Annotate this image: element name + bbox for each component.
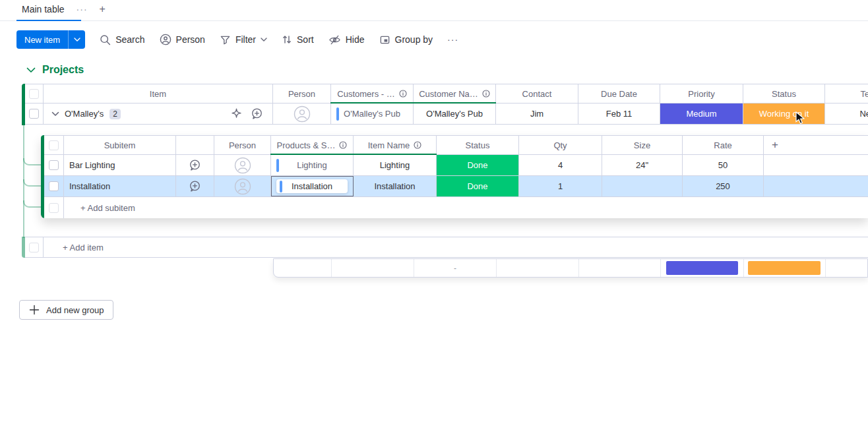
add-update-icon[interactable] [251,107,263,120]
avatar-placeholder-icon [234,178,251,195]
filter-button[interactable]: Filter [220,34,267,45]
size-cell[interactable]: 24" [602,155,683,175]
link-indicator-bar [280,181,282,193]
rate-cell[interactable]: 50 [683,155,764,175]
group-by-button[interactable]: Group by [379,34,433,45]
contact-cell[interactable]: Jim [496,104,578,124]
column-header-products[interactable]: Products & S… [271,136,354,154]
new-item-button[interactable]: New item [16,30,85,49]
new-item-dropdown[interactable] [68,30,85,49]
column-header-person[interactable]: Person [273,84,331,103]
row-checkbox[interactable] [44,176,64,196]
search-icon [100,34,111,45]
search-button[interactable]: Search [100,34,144,45]
group-title[interactable]: Projects [42,64,84,76]
sort-button[interactable]: Sort [282,34,314,45]
status-chip[interactable]: Done [437,176,518,196]
column-header-status[interactable]: Status [743,84,825,103]
rate-cell[interactable]: 250 [683,176,764,196]
add-subitem-button[interactable]: + Add subitem [64,197,868,218]
customer-name-cell[interactable]: O'Malley's Pub [414,104,496,124]
add-new-group-button[interactable]: Add new group [19,300,113,320]
person-cell[interactable] [214,155,271,175]
sparkle-ai-icon[interactable] [230,107,243,120]
item-name-mirror-cell[interactable]: Lighting [354,155,437,175]
due-date-cell[interactable]: Feb 11 [578,104,660,124]
column-header-subitem-person[interactable]: Person [214,136,271,154]
person-cell[interactable] [214,176,271,196]
subitem-name-cell[interactable]: Installation [64,176,176,196]
products-link-cell[interactable]: Lighting [271,155,354,175]
column-header-item-name[interactable]: Item Name [354,136,437,154]
person-icon [160,34,171,45]
select-all-checkbox[interactable] [25,84,44,103]
collapse-subitems-icon[interactable] [51,111,59,117]
person-cell[interactable] [273,104,331,124]
subitem-connector-branch [23,179,41,187]
summary-priority-cell[interactable] [661,259,744,277]
subitem-connector-branch [23,158,41,165]
column-header-rate[interactable]: Rate [683,136,764,154]
add-column-button[interactable]: + [764,136,868,154]
subitem-add-update-cell[interactable] [176,155,214,175]
size-cell[interactable] [602,176,683,196]
column-header-terms[interactable]: Ter [825,84,868,103]
filter-icon [220,34,231,45]
column-header-customers[interactable]: Customers - … [331,84,414,103]
customers-link-cell[interactable]: O'Malley's Pub [331,104,414,124]
subitem-name-cell[interactable]: Bar Lighting [64,155,176,175]
add-item-button[interactable]: + Add item [44,237,868,257]
new-item-label[interactable]: New item [16,30,68,49]
chevron-down-icon [74,38,80,42]
item-name[interactable]: O'Malley's [65,109,104,119]
empty-cell[interactable] [764,155,868,175]
terms-cell[interactable]: Net [825,104,868,124]
subitem-add-update-cell[interactable] [176,176,214,196]
add-update-icon[interactable] [189,159,201,171]
summary-status-cell[interactable] [744,259,826,277]
priority-distribution-bar[interactable] [666,261,738,275]
products-link-cell-focused[interactable]: Installation [271,176,354,196]
add-view-tab-button[interactable]: + [100,3,106,15]
row-checkbox [25,237,44,257]
column-header-priority[interactable]: Priority [660,84,743,103]
subitem-status-cell[interactable]: Done [437,155,519,175]
toolbar-more-button[interactable]: ··· [447,34,458,45]
avatar-placeholder-icon [234,157,251,174]
group-collapse-icon[interactable] [26,67,36,73]
sort-label: Sort [297,34,314,45]
priority-cell[interactable]: Medium [660,104,743,124]
add-update-icon[interactable] [189,180,201,193]
item-name-cell[interactable]: O'Malley's 2 [44,104,273,124]
subitems-select-all-checkbox[interactable] [44,136,64,154]
products-link-editor[interactable]: Installation [276,179,348,193]
column-header-qty[interactable]: Qty [519,136,602,154]
column-header-subitem-status[interactable]: Status [437,136,519,154]
column-header-customer-name[interactable]: Customer Na… [414,84,496,103]
row-checkbox[interactable] [25,104,44,124]
column-header-due-date[interactable]: Due Date [578,84,660,103]
subitem-count-badge: 2 [109,109,121,119]
row-checkbox[interactable] [44,155,64,175]
column-header-size[interactable]: Size [602,136,683,154]
column-header-contact[interactable]: Contact [496,84,578,103]
person-filter-button[interactable]: Person [160,34,205,45]
empty-cell[interactable] [764,176,868,196]
subitem-row-bar-lighting: Bar Lighting Lighting Lighting Done [44,155,868,176]
mouse-cursor [795,111,807,125]
view-tabbar: Main table ··· + [0,0,868,21]
status-distribution-bar[interactable] [748,261,821,275]
status-cell[interactable]: Working on it [743,104,825,124]
subitem-status-cell[interactable]: Done [437,176,519,196]
column-header-subitem[interactable]: Subitem [64,136,176,154]
qty-cell[interactable]: 4 [519,155,602,175]
item-name-mirror-cell[interactable]: Installation [354,176,437,196]
tab-main-table[interactable]: Main table [22,4,65,15]
hide-button[interactable]: Hide [328,34,365,45]
priority-chip[interactable]: Medium [660,104,743,124]
column-header-item[interactable]: Item [44,84,273,103]
status-chip[interactable]: Done [437,155,518,175]
status-chip[interactable]: Working on it [743,104,824,124]
tab-options-icon[interactable]: ··· [77,4,88,15]
qty-cell[interactable]: 1 [519,176,602,196]
